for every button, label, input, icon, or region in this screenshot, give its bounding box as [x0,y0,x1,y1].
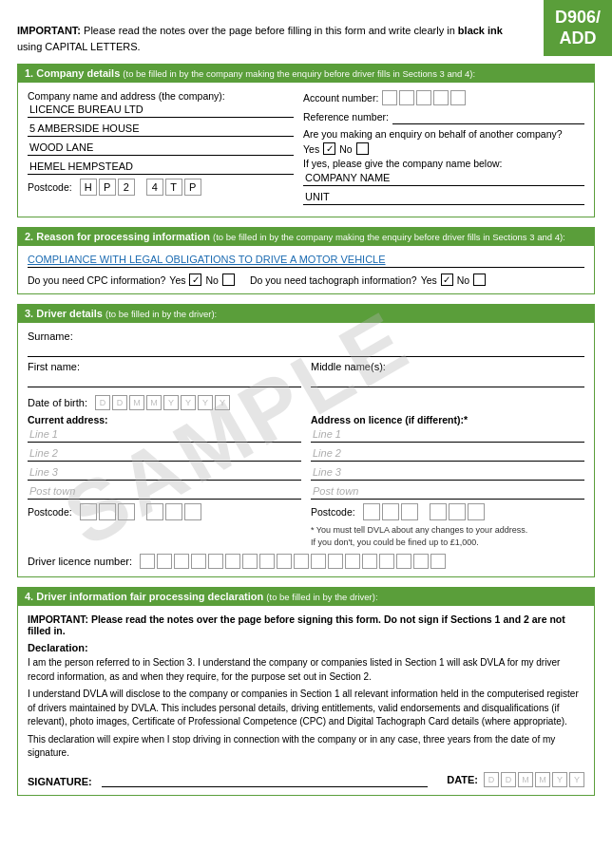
dbox-M1[interactable]: M [129,395,144,410]
pbox-5[interactable]: P [184,179,201,196]
yes-checkbox[interactable]: ✓ [323,142,335,155]
reference-number-row: Reference number: [303,109,584,124]
current-posttown[interactable]: Post town [28,484,301,500]
lpbox-5[interactable] [468,503,485,520]
no-checkbox[interactable] [356,142,369,155]
firstname-col: First name: [28,361,301,391]
tacho-no-checkbox[interactable] [473,274,486,286]
surname-field[interactable] [28,342,584,357]
form-badge: D906/ ADD [544,0,612,56]
lbox-0[interactable] [140,554,155,569]
company-name-field[interactable]: COMPANY NAME [303,171,584,186]
firstname-field[interactable] [28,372,301,387]
company-line3[interactable]: WOOD LANE [28,141,294,156]
middle-col: Middle name(s): [311,361,584,391]
cpbox-4[interactable] [165,503,182,520]
lbox-12[interactable] [345,554,360,569]
lbox-14[interactable] [379,554,394,569]
abox-4[interactable] [450,90,466,105]
date-section: DATE: D D M M Y Y [447,772,584,787]
account-label: Account number: [303,92,378,104]
cpbox-5[interactable] [184,503,201,520]
lbox-11[interactable] [328,554,343,569]
dbox-Y1[interactable]: Y [163,395,179,410]
current-line2[interactable]: Line 2 [28,446,301,462]
cpc-yes-checkbox[interactable]: ✓ [189,274,201,286]
declaration-para3: This declaration will expire when I stop… [28,733,584,761]
dbox-Y4[interactable]: Y [215,395,230,410]
lbox-7[interactable] [259,554,275,569]
signature-line[interactable] [102,768,429,787]
company-unit-field[interactable]: UNIT [303,190,584,205]
datebox-D2[interactable]: D [501,772,516,787]
lpbox-3[interactable] [430,503,447,520]
section4-important: IMPORTANT: Please read the notes over th… [28,613,584,636]
dob-row: Date of birth: D D M M Y Y Y Y [28,395,584,410]
lbox-6[interactable] [242,554,258,569]
cpbox-1[interactable] [99,503,116,520]
lbox-16[interactable] [413,554,429,569]
dbox-D1[interactable]: D [95,395,110,410]
dbox-D2[interactable]: D [112,395,127,410]
lbox-17[interactable] [430,554,446,569]
dbox-Y2[interactable]: Y [181,395,196,410]
datebox-M2[interactable]: M [535,772,550,787]
company-line4[interactable]: HEMEL HEMPSTEAD [28,160,294,175]
datebox-D1[interactable]: D [484,772,499,787]
lbox-15[interactable] [396,554,411,569]
lbox-5[interactable] [225,554,240,569]
pbox-2[interactable]: 2 [118,179,135,196]
lpbox-2[interactable] [401,503,418,520]
abox-1[interactable] [399,90,414,105]
lbox-13[interactable] [362,554,377,569]
dbox-Y3[interactable]: Y [198,395,213,410]
company-line1[interactable]: LICENCE BUREAU LTD [28,103,294,118]
current-line1[interactable]: Line 1 [28,427,301,443]
lbox-9[interactable] [294,554,309,569]
signature-left: SIGNATURE: [28,768,428,787]
company-line2[interactable]: 5 AMBERSIDE HOUSE [28,122,294,137]
cpbox-3[interactable] [146,503,163,520]
lbox-4[interactable] [208,554,223,569]
licence-posttown[interactable]: Post town [311,484,584,500]
current-line3[interactable]: Line 3 [28,465,301,481]
cpbox-2[interactable] [118,503,135,520]
cpbox-0[interactable] [80,503,97,520]
middle-field[interactable] [311,372,584,387]
licence-line1[interactable]: Line 1 [311,427,584,443]
lbox-2[interactable] [174,554,189,569]
address-grid: Current address: Line 1 Line 2 Line 3 Po… [28,414,584,548]
lpbox-0[interactable] [363,503,380,520]
section3-number: 3. [25,308,33,319]
section4-sub: (to be filled in by the driver): [266,592,377,602]
datebox-Y2[interactable]: Y [569,772,584,787]
abox-0[interactable] [382,90,397,105]
section4-title: Driver information fair processing decla… [36,591,263,602]
pbox-0[interactable]: H [80,179,97,196]
cpc-no-checkbox[interactable] [222,274,235,286]
abox-2[interactable] [416,90,431,105]
lpbox-1[interactable] [382,503,399,520]
section4-number: 4. [25,591,33,602]
account-boxes [382,90,466,105]
company-line4-value: HEMEL HEMPSTEAD [29,160,133,172]
lpbox-4[interactable] [449,503,466,520]
pbox-3[interactable]: 4 [146,179,163,196]
datebox-Y1[interactable]: Y [552,772,567,787]
lbox-1[interactable] [157,554,172,569]
lbox-10[interactable] [311,554,326,569]
enquiry-yn-row: Yes ✓ No [303,142,584,155]
pbox-4[interactable]: T [165,179,182,196]
dbox-M2[interactable]: M [146,395,162,410]
abox-3[interactable] [433,90,449,105]
pbox-1[interactable]: P [99,179,116,196]
lbox-8[interactable] [277,554,292,569]
licence-line3[interactable]: Line 3 [311,465,584,481]
lbox-3[interactable] [191,554,206,569]
licence-line2[interactable]: Line 2 [311,446,584,462]
datebox-M1[interactable]: M [518,772,533,787]
tacho-yes-checkbox[interactable]: ✓ [441,274,453,286]
important-label: IMPORTANT: [17,25,81,36]
company-right: Account number: Reference number: Are yo… [303,90,584,209]
reference-line[interactable] [392,109,584,124]
